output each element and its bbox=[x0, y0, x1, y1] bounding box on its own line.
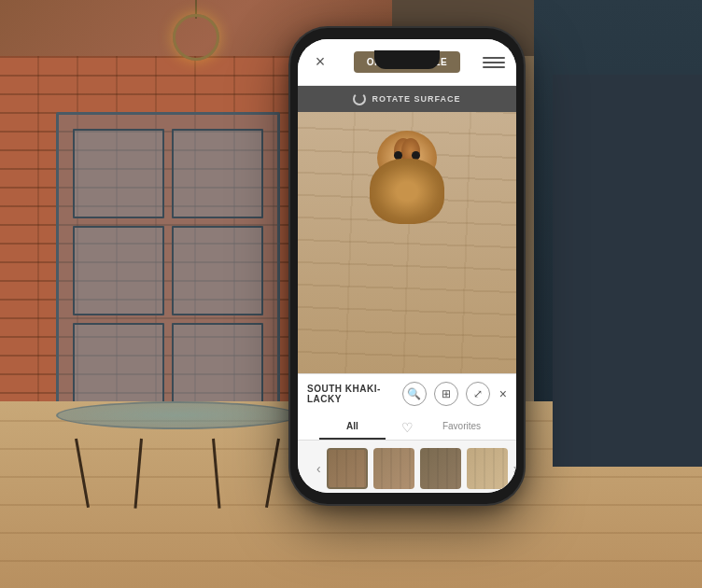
thumbnail-item[interactable] bbox=[373, 448, 414, 489]
glass-pane bbox=[172, 226, 263, 315]
grid-icon: ⊞ bbox=[442, 387, 451, 400]
thumbnail-item[interactable] bbox=[467, 448, 508, 489]
table-leg bbox=[75, 439, 90, 508]
glass-pane bbox=[73, 129, 164, 218]
thumb-wood-texture bbox=[467, 448, 508, 489]
glass-pane bbox=[172, 129, 263, 218]
thumbnails-prev-button[interactable]: ‹ bbox=[316, 461, 321, 476]
menu-button[interactable] bbox=[483, 51, 505, 74]
dog-body bbox=[370, 159, 444, 224]
menu-line bbox=[483, 66, 505, 68]
thumbnail-item[interactable] bbox=[327, 448, 368, 489]
close-button[interactable]: × bbox=[309, 51, 331, 74]
product-name-label: SOUTH KHAKI-LACKY bbox=[307, 384, 402, 404]
grid-button[interactable]: ⊞ bbox=[434, 382, 458, 406]
phone-screen: × ORDER SAMPLE ROTATE SURFACE bbox=[298, 39, 516, 493]
rotate-surface-label: ROTATE SURFACE bbox=[372, 94, 460, 104]
search-button[interactable]: 🔍 bbox=[402, 382, 427, 406]
thumb-wood-texture bbox=[420, 448, 461, 489]
table-legs bbox=[47, 425, 308, 509]
glass-pane bbox=[73, 323, 164, 413]
expand-icon: ⤢ bbox=[473, 387, 483, 400]
thumbnail-item[interactable] bbox=[420, 448, 461, 489]
tab-favorites[interactable]: Favorites bbox=[407, 413, 516, 440]
thumbnails-next-button[interactable]: › bbox=[513, 461, 516, 476]
table-leg bbox=[212, 439, 221, 509]
thumb-wood-texture bbox=[329, 450, 366, 487]
phone-notch bbox=[374, 50, 440, 69]
coffee-table bbox=[47, 401, 308, 513]
dog-image bbox=[351, 131, 463, 299]
phone-mockup: × ORDER SAMPLE ROTATE SURFACE bbox=[290, 28, 524, 504]
rotate-icon bbox=[353, 92, 366, 105]
glass-pane bbox=[172, 323, 263, 413]
chandelier bbox=[140, 0, 252, 93]
glass-door-inner bbox=[73, 129, 263, 413]
menu-line bbox=[483, 57, 505, 59]
thumb-wood-texture bbox=[373, 448, 414, 489]
menu-line bbox=[483, 62, 505, 63]
tab-all[interactable]: All bbox=[298, 413, 407, 440]
favorites-heart-icon[interactable]: ♡ bbox=[401, 420, 414, 435]
glass-door bbox=[56, 112, 280, 429]
rotate-surface-bar[interactable]: ROTATE SURFACE bbox=[298, 86, 516, 112]
table-leg bbox=[133, 439, 143, 509]
glass-pane bbox=[73, 226, 164, 315]
expand-button[interactable]: ⤢ bbox=[466, 382, 490, 406]
floor-preview bbox=[298, 112, 516, 373]
search-icon: 🔍 bbox=[407, 387, 421, 400]
thumbnails-bar: ‹ › bbox=[298, 441, 516, 493]
chandelier-body bbox=[173, 14, 219, 61]
product-name-bar: SOUTH KHAKI-LACKY 🔍 ⊞ ⤢ × bbox=[298, 373, 516, 413]
right-shelf bbox=[553, 75, 702, 467]
product-icon-group: 🔍 ⊞ ⤢ × bbox=[402, 382, 507, 406]
table-leg bbox=[265, 439, 280, 508]
close-product-button[interactable]: × bbox=[499, 386, 507, 401]
